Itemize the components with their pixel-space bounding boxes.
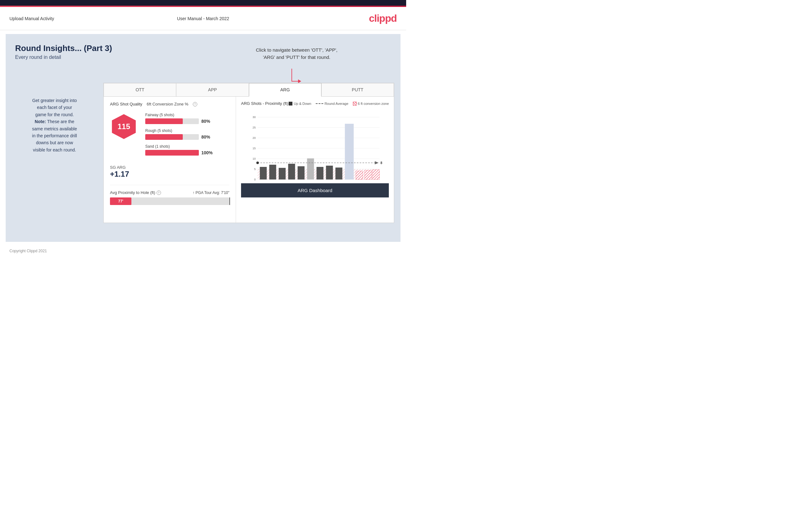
svg-rect-21: [288, 164, 295, 179]
sand-row: Sand (1 shots) 100%: [145, 144, 230, 156]
sand-pct: 100%: [201, 150, 214, 155]
legend-square-icon: [289, 102, 292, 106]
svg-text:10: 10: [252, 157, 256, 160]
logo-area: clippd: [369, 13, 397, 24]
arg-dashboard-button[interactable]: ARG Dashboard: [241, 183, 389, 198]
sand-bar-track: [145, 150, 199, 156]
proximity-value: 77': [118, 199, 123, 204]
legend-6ft-label: 6 ft conversion zone: [358, 102, 389, 106]
pga-avg: ↑ PGA Tour Avg: 7'10": [193, 190, 230, 195]
proximity-label: Avg Proximity to Hole (ft) ?: [110, 190, 161, 195]
tab-putt[interactable]: PUTT: [321, 83, 394, 96]
copyright: Copyright Clippd 2021: [9, 249, 47, 253]
panel-left-header: ARG Shot Quality 6ft Conversion Zone % ?: [110, 102, 230, 106]
svg-rect-28: [356, 171, 363, 179]
rough-bar-fill: [145, 134, 183, 140]
upload-link[interactable]: Upload Manual Activity: [9, 16, 54, 21]
proximity-header: Avg Proximity to Hole (ft) ? ↑ PGA Tour …: [110, 190, 230, 195]
legend-6ft: 6 ft conversion zone: [353, 102, 389, 106]
chart-area: 0 5 10 15 20 25 30: [241, 110, 389, 182]
chart-legend: Up & Down Round Average 6 ft conversion …: [289, 102, 389, 106]
sg-section: SG ARG +1.17: [110, 165, 230, 178]
proximity-bar-track: 77': [110, 198, 230, 205]
legend-round-avg: Round Average: [316, 102, 349, 106]
panel-right: ARG Shots - Proximity (ft) Up & Down Rou…: [236, 97, 394, 223]
proximity-section: Avg Proximity to Hole (ft) ? ↑ PGA Tour …: [110, 185, 230, 205]
legend-dashed-icon: [316, 103, 323, 104]
score-hexagon: 115: [110, 113, 138, 140]
manual-title: User Manual - March 2022: [177, 16, 230, 21]
fairway-bar-row: 80%: [145, 118, 230, 124]
dashboard-panel: OTT APP ARG PUTT ARG Shot Quality 6ft Co…: [103, 83, 394, 223]
fairway-bar-fill: [145, 118, 183, 124]
svg-rect-24: [317, 167, 323, 179]
chart-header: ARG Shots - Proximity (ft) Up & Down Rou…: [241, 101, 389, 106]
hex-container: 115 Fairway (5 shots) 80%: [110, 113, 230, 160]
svg-rect-18: [260, 167, 267, 179]
sg-label: SG ARG: [110, 165, 230, 170]
rough-label: Rough (5 shots): [145, 128, 230, 133]
svg-text:8: 8: [380, 161, 383, 165]
legend-updown-label: Up & Down: [294, 102, 311, 106]
svg-text:20: 20: [252, 136, 256, 139]
svg-text:30: 30: [252, 116, 256, 119]
panel-body: ARG Shot Quality 6ft Conversion Zone % ?…: [104, 97, 394, 223]
proximity-cursor: [230, 198, 230, 205]
svg-rect-20: [279, 168, 286, 179]
tab-ott[interactable]: OTT: [104, 83, 176, 96]
svg-marker-33: [375, 161, 379, 164]
footer: Copyright Clippd 2021: [0, 246, 406, 256]
svg-rect-29: [365, 170, 372, 179]
svg-rect-30: [373, 170, 380, 179]
svg-rect-27: [345, 124, 354, 179]
conversion-zone-label: 6ft Conversion Zone %: [147, 102, 189, 106]
shot-bars: Fairway (5 shots) 80% Rough (5 shots): [145, 113, 230, 160]
svg-rect-25: [326, 166, 333, 179]
rough-pct: 80%: [201, 134, 214, 139]
svg-text:0: 0: [254, 178, 256, 181]
svg-point-32: [256, 162, 259, 164]
shot-quality-label: ARG Shot Quality: [110, 102, 142, 106]
rough-bar-row: 80%: [145, 134, 230, 140]
legend-round-avg-label: Round Average: [324, 102, 349, 106]
main-content: Round Insights... (Part 3) Every round i…: [6, 34, 401, 242]
chart-title: ARG Shots - Proximity (ft): [241, 101, 288, 106]
svg-rect-26: [336, 168, 343, 179]
left-description: Get greater insight into each facet of y…: [15, 97, 94, 153]
legend-hatch-icon: [353, 102, 357, 106]
nav-instruction: Click to navigate between 'OTT', 'APP', …: [256, 47, 338, 61]
rough-row: Rough (5 shots) 80%: [145, 128, 230, 140]
svg-rect-19: [269, 165, 276, 179]
svg-text:25: 25: [252, 126, 256, 129]
header: Upload Manual Activity User Manual - Mar…: [0, 7, 406, 30]
legend-updown: Up & Down: [289, 102, 311, 106]
svg-text:15: 15: [252, 147, 256, 150]
tab-arg[interactable]: ARG: [249, 83, 321, 97]
sand-bar-row: 100%: [145, 150, 230, 156]
svg-text:5: 5: [254, 168, 256, 171]
clippd-logo: clippd: [369, 13, 397, 24]
sg-value: +1.17: [110, 170, 230, 178]
sand-label: Sand (1 shots): [145, 144, 230, 149]
sand-bar-fill: [145, 150, 199, 156]
fairway-row: Fairway (5 shots) 80%: [145, 113, 230, 124]
fairway-pct: 80%: [201, 119, 214, 124]
tab-app[interactable]: APP: [176, 83, 249, 96]
rough-bar-track: [145, 134, 199, 140]
top-bar: [0, 0, 406, 6]
conversion-help-icon[interactable]: ?: [193, 102, 197, 106]
proximity-bar-fill: 77': [110, 198, 132, 205]
fairway-label: Fairway (5 shots): [145, 113, 230, 117]
hex-value: 115: [117, 122, 130, 131]
fairway-bar-track: [145, 118, 199, 124]
tab-bar: OTT APP ARG PUTT: [104, 83, 394, 97]
svg-rect-23: [307, 158, 314, 179]
svg-rect-22: [298, 166, 305, 179]
proximity-help-icon[interactable]: ?: [157, 190, 161, 195]
panel-left: ARG Shot Quality 6ft Conversion Zone % ?…: [104, 97, 236, 223]
